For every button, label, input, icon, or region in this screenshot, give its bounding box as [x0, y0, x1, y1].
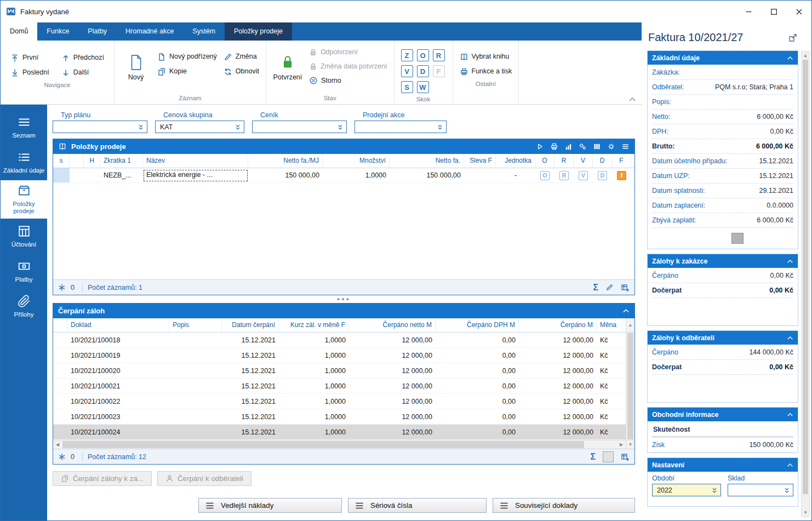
column-header[interactable]: [70, 154, 84, 168]
jump-d-button[interactable]: D: [417, 65, 429, 77]
scroll-right-arrow[interactable]: ▶: [617, 440, 626, 449]
scroll-left-arrow[interactable]: ◀: [53, 440, 62, 449]
section-header-zakladni-udaje[interactable]: Základní údaje: [648, 51, 798, 65]
flag-v-badge[interactable]: V: [579, 171, 588, 180]
jump-s-button[interactable]: S: [401, 81, 413, 93]
cenik-combobox[interactable]: [252, 121, 347, 133]
jump-z-button[interactable]: Z: [401, 49, 413, 61]
edit-icon[interactable]: [605, 283, 614, 291]
seriova-cisla-button[interactable]: Sériová čísla: [348, 498, 487, 513]
table-row[interactable]: 10/2021/100021 15.12.2021 1,0000 12 000,…: [53, 379, 626, 394]
popout-icon[interactable]: [788, 33, 797, 42]
prvni-button[interactable]: První: [7, 50, 53, 65]
funkce-a-tisk-button[interactable]: Funkce a tisk: [456, 64, 516, 79]
novy-button[interactable]: Nový: [118, 42, 154, 93]
sidebar-item-polozky-prodeje[interactable]: Položky prodeje: [1, 180, 47, 219]
flag-d-badge[interactable]: D: [598, 171, 607, 180]
dalsi-button[interactable]: Další: [58, 65, 107, 80]
close-button[interactable]: [786, 1, 811, 22]
column-header[interactable]: Doklad: [67, 318, 169, 332]
scroll-up-arrow[interactable]: ▲: [802, 51, 809, 60]
section-header-zalohy-k-zakazce[interactable]: Zálohy k zakázce: [648, 254, 798, 268]
column-header[interactable]: Sleva F: [464, 154, 496, 168]
column-header[interactable]: R: [554, 154, 574, 168]
scroll-down-arrow[interactable]: ▼: [802, 508, 809, 517]
tab-skutecnost[interactable]: Skutečnost: [652, 424, 793, 437]
tab-funkce[interactable]: Funkce: [37, 22, 78, 41]
section-header-zalohy-k-odberateli[interactable]: Zálohy k odběrateli: [648, 331, 798, 345]
jump-o-button[interactable]: O: [417, 49, 429, 61]
table-row[interactable]: 10/2021/100018 15.12.2021 1,0000 12 000,…: [53, 333, 626, 348]
detail-scrollbar[interactable]: ▲ ▼: [801, 51, 810, 517]
sidebar-item-platby[interactable]: Platby: [1, 254, 47, 289]
sidebar-item-seznam[interactable]: Seznam: [1, 110, 47, 145]
column-header[interactable]: O: [535, 154, 554, 168]
cell-jednotka[interactable]: -: [496, 171, 535, 179]
cerpani-zalohy-k-zakazce-button[interactable]: Čerpání zálohy k za...: [53, 471, 152, 486]
scrollbar-thumb[interactable]: [803, 60, 808, 494]
jump-w-button[interactable]: W: [417, 81, 429, 93]
column-header[interactable]: V: [574, 154, 593, 168]
scrollbar-thumb[interactable]: [62, 441, 584, 448]
flag-r-badge[interactable]: R: [559, 171, 569, 180]
column-header[interactable]: [53, 318, 67, 332]
sum-icon[interactable]: Σ: [590, 453, 596, 461]
jump-f-button[interactable]: F: [433, 65, 445, 77]
obnovit-button[interactable]: Obnovit: [220, 64, 262, 79]
column-header[interactable]: Zkratka 1: [100, 154, 143, 168]
minimize-button[interactable]: [736, 1, 761, 22]
kopie-button[interactable]: Kopie: [154, 64, 220, 79]
maximize-button[interactable]: [761, 1, 786, 22]
play-icon[interactable]: [536, 142, 544, 151]
table-row[interactable]: 10/2021/100023 15.12.2021 1,0000 12 000,…: [53, 409, 626, 425]
table-row[interactable]: 10/2021/100020 15.12.2021 1,0000 12 000,…: [53, 363, 626, 379]
column-header[interactable]: Netto fa.: [390, 154, 464, 168]
cenova-skupina-combobox[interactable]: KAT: [155, 121, 244, 133]
tab-hromadne-akce[interactable]: Hromadné akce: [116, 22, 183, 41]
tab-domu[interactable]: Domů: [1, 22, 37, 41]
posledni-button[interactable]: Poslední: [7, 65, 53, 80]
print-icon[interactable]: [550, 142, 558, 151]
tab-polozky-prodeje[interactable]: Položky prodeje: [225, 22, 292, 41]
vedlejsi-naklady-button[interactable]: Vedlejší náklady: [198, 498, 342, 513]
predchozi-button[interactable]: Předchozí: [58, 50, 107, 65]
column-header[interactable]: Čerpáno DPH M: [436, 318, 519, 332]
horizontal-scrollbar[interactable]: ◀ ▶ ▼: [53, 440, 634, 449]
gears-icon[interactable]: [579, 142, 587, 151]
table-row[interactable]: NEZB_... Elektrická energie - ... 150 00…: [53, 168, 634, 183]
settings-gear-icon[interactable]: [607, 142, 615, 151]
flag-o-badge[interactable]: O: [540, 171, 550, 180]
chart-icon[interactable]: [564, 142, 573, 151]
zmena-button[interactable]: Změna: [220, 49, 262, 64]
add-table-icon[interactable]: [621, 453, 630, 461]
odpotvrzeni-button[interactable]: Odpotvrzení: [306, 45, 391, 59]
panel-splitter[interactable]: ●●●: [53, 295, 635, 303]
novy-podrizeny-button[interactable]: Nový podřízený: [154, 49, 220, 64]
sum-icon[interactable]: Σ: [593, 283, 598, 292]
cell-mnozstvi[interactable]: 1,0000: [323, 171, 390, 179]
zmena-data-potvrzeni-button[interactable]: Změna data potvrzení: [306, 59, 391, 73]
column-header[interactable]: Čerpáno M: [519, 318, 597, 332]
jump-v-button[interactable]: V: [401, 65, 413, 77]
column-header[interactable]: Netto fa./MJ: [248, 154, 323, 168]
table-row[interactable]: 10/2021/100022 15.12.2021 1,0000 12 000,…: [53, 394, 626, 409]
sidebar-item-prilohy[interactable]: Přílohy: [1, 289, 47, 324]
souvisejici-doklady-button[interactable]: Související doklady: [493, 498, 635, 513]
cerpani-k-odberateli-button[interactable]: Čerpání k odběrateli: [157, 471, 251, 486]
collapse-icon[interactable]: [622, 308, 630, 313]
column-header[interactable]: s: [53, 154, 70, 168]
column-header[interactable]: Jednotka: [496, 154, 535, 168]
cell-zkratka[interactable]: NEZB_...: [100, 171, 143, 179]
jump-r-button[interactable]: R: [433, 49, 445, 61]
ribbon-collapse-button[interactable]: [628, 97, 636, 102]
column-header[interactable]: Množství: [323, 154, 390, 168]
column-header[interactable]: H: [84, 154, 100, 168]
table-row[interactable]: 10/2021/100019 15.12.2021 1,0000 12 000,…: [53, 348, 626, 363]
vertical-scrollbar[interactable]: [626, 333, 634, 440]
tab-system[interactable]: Systém: [183, 22, 225, 41]
menu-icon[interactable]: [621, 142, 630, 151]
column-header[interactable]: Název: [143, 154, 248, 168]
cell-netto-fa[interactable]: 150 000,00: [390, 171, 464, 179]
flag-f-badge[interactable]: f: [617, 171, 626, 180]
obdobi-combobox[interactable]: 2022: [652, 484, 721, 496]
